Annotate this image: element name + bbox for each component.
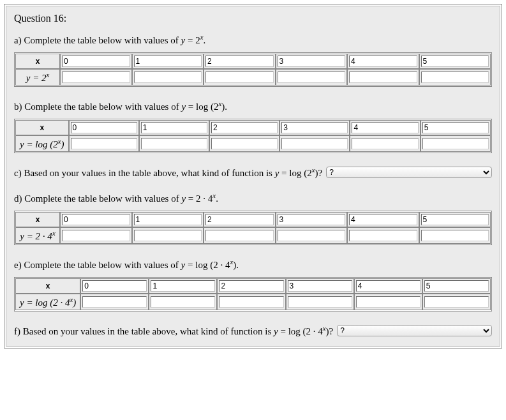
table-e-col-header-value-0: 0 [82,280,147,292]
table-a-input-5[interactable] [421,71,489,83]
table-e-col-header-2: 2 [217,278,285,294]
part-a-expr: y = 2x [181,35,204,45]
table-d-col-header-value-3: 3 [278,214,346,225]
table-e: x012345y = log (2 · 4x) [14,277,492,311]
table-b-cell-5 [420,135,491,152]
table-e-cell-4 [354,294,422,310]
part-f-dropdown[interactable]: ? [337,325,492,336]
table-e-col-header-value-2: 2 [219,280,283,292]
table-d-input-2[interactable] [205,230,274,241]
table-e-input-3[interactable] [288,296,352,308]
table-a-col-header-value-3: 3 [278,56,346,67]
table-b: x012345y = log (2x) [14,119,492,153]
table-b-col-header-2: 2 [209,120,279,135]
table-d-col-header-value-1: 1 [134,214,202,225]
table-a-x-label: x [15,54,60,69]
question-outer: Question 16: a) Complete the table below… [4,4,502,349]
table-e-input-2[interactable] [219,296,283,308]
table-a-col-header-0: 0 [60,54,132,69]
table-a-cell-2 [204,69,276,86]
table-a-input-3[interactable] [278,71,346,83]
table-a-input-1[interactable] [134,71,202,83]
table-a-cell-5 [419,69,491,86]
table-b-input-5[interactable] [422,138,489,149]
table-e-col-header-value-3: 3 [288,280,352,292]
table-d-cell-2 [204,227,276,244]
table-d-input-3[interactable] [278,230,346,241]
part-f-expr: y = log (2 · 4x) [274,326,329,336]
table-d: x012345y = 2 · 4x [14,211,492,245]
table-b-col-header-3: 3 [279,120,350,135]
table-a-cell-0 [60,69,132,86]
table-e-cell-5 [422,294,491,310]
table-a-input-4[interactable] [349,71,417,83]
part-c-expr: y = log (2x) [275,168,318,178]
table-b-input-4[interactable] [352,138,418,149]
table-d-col-header-2: 2 [204,212,276,227]
part-a-prompt: a) Complete the table below with values … [14,33,492,46]
part-e: e) Complete the table below with values … [14,258,492,311]
table-b-input-0[interactable] [71,138,137,149]
table-d-input-4[interactable] [349,230,417,241]
table-d-cell-1 [132,227,204,244]
table-a-col-header-5: 5 [419,54,491,69]
table-b-cell-3 [279,135,350,152]
table-a-col-header-1: 1 [132,54,204,69]
table-b-col-header-5: 5 [420,120,491,135]
table-b-input-3[interactable] [281,138,348,149]
table-a-input-0[interactable] [62,71,130,83]
table-a-col-header-value-2: 2 [205,56,274,67]
part-e-suffix: . [236,260,239,270]
table-d-col-header-value-5: 5 [421,214,489,225]
part-f: f) Based on your values in the table abo… [14,324,492,337]
part-b-expr: y = log (2x) [181,101,225,112]
table-a-input-2[interactable] [205,71,274,83]
part-c: c) Based on your values in the table abo… [14,166,492,179]
part-b-prompt: b) Complete the table below with values … [14,100,492,112]
table-a-cell-1 [132,69,204,86]
table-b-col-header-1: 1 [139,120,209,135]
part-e-prompt: e) Complete the table below with values … [14,258,492,271]
table-e-input-0[interactable] [82,296,147,308]
table-a-row-label: y = 2x [15,69,60,86]
part-d-prefix: d) Complete the table below with values … [14,193,181,204]
table-e-col-header-1: 1 [149,278,217,294]
part-c-text: c) Based on your values in the table abo… [14,166,322,179]
table-b-cell-0 [69,135,139,152]
table-b-input-2[interactable] [211,138,278,149]
table-a-cell-3 [276,69,348,86]
table-a-col-header-value-4: 4 [349,56,417,67]
question-panel: Question 16: a) Complete the table below… [6,6,500,347]
part-c-prefix: c) Based on your values in the table abo… [14,168,275,178]
table-a-cell-4 [347,69,419,86]
table-e-col-header-value-4: 4 [356,280,420,292]
table-d-input-0[interactable] [62,230,130,241]
part-d-suffix: . [216,193,218,204]
table-e-input-4[interactable] [356,296,420,308]
table-b-col-header-value-2: 2 [211,122,278,133]
table-e-col-header-0: 0 [80,278,149,294]
table-d-cell-4 [347,227,419,244]
table-d-col-header-value-2: 2 [205,214,274,225]
table-e-col-header-value-1: 1 [151,280,215,292]
table-d-x-label: x [15,212,60,227]
table-b-cell-1 [139,135,209,152]
table-e-col-header-5: 5 [422,278,491,294]
table-e-input-1[interactable] [151,296,215,308]
table-d-col-header-1: 1 [132,212,204,227]
part-b: b) Complete the table below with values … [14,100,492,153]
table-a-col-header-2: 2 [204,54,276,69]
part-f-text: f) Based on your values in the table abo… [14,324,333,337]
part-c-dropdown[interactable]: ? [326,167,492,178]
part-b-suffix: . [225,101,227,112]
table-b-input-1[interactable] [141,138,207,149]
table-e-input-5[interactable] [424,296,489,308]
part-a: a) Complete the table below with values … [14,33,492,87]
table-d-col-header-0: 0 [60,212,132,227]
table-d-input-1[interactable] [134,230,202,241]
table-a-col-header-3: 3 [276,54,348,69]
table-a: x012345y = 2x [14,52,492,87]
part-e-expr: y = log (2 · 4x) [181,260,237,270]
table-d-input-5[interactable] [421,230,489,241]
table-a-col-header-4: 4 [347,54,419,69]
